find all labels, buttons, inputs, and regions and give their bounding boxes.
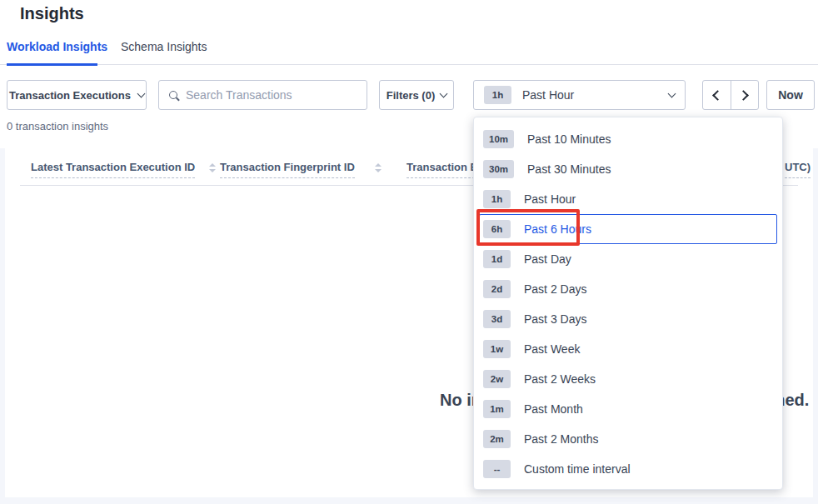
now-button[interactable]: Now	[766, 80, 815, 110]
menu-item-past-10-minutes[interactable]: 10m Past 10 Minutes	[479, 124, 777, 154]
tab-bar: Workload Insights Schema Insights	[0, 37, 818, 66]
chevron-down-icon	[137, 89, 146, 97]
column-header-transaction-execution[interactable]: Transaction Ex	[407, 161, 483, 178]
tab-workload-insights[interactable]: Workload Insights	[7, 40, 107, 53]
card-right-gutter	[813, 148, 818, 504]
card-bottom-gutter	[0, 497, 818, 504]
column-header-start-time-utc[interactable]: UTC)	[785, 161, 811, 178]
sort-icon[interactable]	[375, 163, 382, 172]
sort-icon[interactable]	[209, 163, 216, 172]
workload-type-label: Transaction Executions	[9, 89, 131, 102]
time-nav-group	[702, 80, 759, 110]
menu-item-past-2-months[interactable]: 2m Past 2 Months	[479, 424, 777, 454]
tab-schema-insights[interactable]: Schema Insights	[121, 40, 207, 53]
menu-item-past-month[interactable]: 1m Past Month	[479, 394, 777, 424]
time-interval-selector[interactable]: 1h Past Hour	[473, 80, 686, 110]
workload-type-dropdown-button[interactable]: Transaction Executions	[7, 80, 147, 110]
menu-item-past-3-days[interactable]: 3d Past 3 Days	[479, 304, 777, 334]
chevron-down-icon	[668, 89, 676, 97]
menu-item-past-day[interactable]: 1d Past Day	[479, 244, 777, 274]
now-label: Now	[778, 88, 803, 102]
time-interval-label: Past Hour	[522, 88, 669, 102]
menu-item-past-week[interactable]: 1w Past Week	[479, 334, 777, 364]
search-input[interactable]	[186, 88, 357, 102]
next-interval-button[interactable]	[731, 81, 759, 109]
menu-item-custom-time-interval[interactable]: -- Custom time interval	[479, 454, 777, 484]
filters-label: Filters (0)	[387, 89, 436, 102]
menu-item-past-2-days[interactable]: 2d Past 2 Days	[479, 274, 777, 304]
chevron-right-icon	[738, 90, 749, 101]
page-title: Insights	[20, 4, 84, 23]
active-tab-underline	[7, 63, 97, 66]
column-header-latest-transaction-execution-id[interactable]: Latest Transaction Execution ID	[31, 161, 216, 178]
menu-item-past-hour[interactable]: 1h Past Hour	[479, 184, 777, 214]
tabs-divider	[0, 64, 818, 65]
search-icon	[169, 91, 177, 99]
column-header-transaction-fingerprint-id[interactable]: Transaction Fingerprint ID	[220, 161, 382, 178]
chevron-down-icon	[440, 89, 448, 97]
menu-item-past-30-minutes[interactable]: 30m Past 30 Minutes	[479, 154, 777, 184]
chevron-left-icon	[712, 90, 723, 101]
filters-button[interactable]: Filters (0)	[379, 80, 454, 110]
menu-item-past-2-weeks[interactable]: 2w Past 2 Weeks	[479, 364, 777, 394]
previous-interval-button[interactable]	[703, 81, 731, 109]
time-interval-dropdown-menu: 10m Past 10 Minutes 30m Past 30 Minutes …	[473, 117, 783, 490]
menu-item-past-6-hours[interactable]: 6h Past 6 Hours	[479, 214, 777, 244]
search-container[interactable]	[158, 80, 367, 110]
time-interval-badge: 1h	[484, 86, 511, 104]
insights-count: 0 transaction insights	[7, 120, 108, 132]
